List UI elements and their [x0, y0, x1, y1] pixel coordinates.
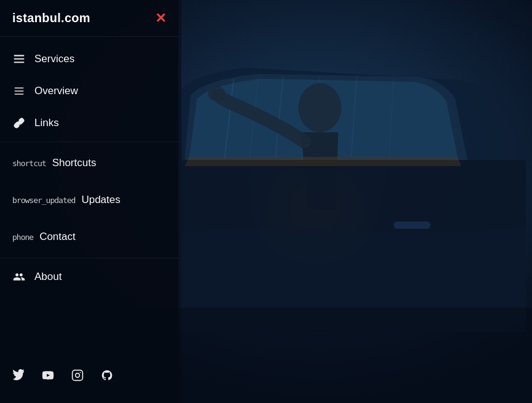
links-icon: [12, 117, 26, 129]
contact-label: Contact: [39, 231, 76, 243]
nav-item-services[interactable]: Services: [0, 43, 178, 75]
svg-rect-16: [14, 62, 25, 63]
services-icon: [12, 53, 26, 65]
social-bar: [0, 357, 178, 403]
nav-item-links[interactable]: Links: [0, 107, 178, 139]
services-label: Services: [34, 53, 74, 65]
contact-icon: phone: [12, 233, 33, 242]
nav-item-shortcuts[interactable]: shortcut Shortcuts: [0, 145, 178, 182]
svg-rect-15: [14, 58, 25, 60]
shortcuts-icon: shortcut: [12, 159, 46, 168]
svg-point-21: [76, 373, 80, 378]
svg-rect-14: [14, 55, 25, 56]
updates-label: Updates: [81, 194, 120, 206]
instagram-icon[interactable]: [71, 369, 84, 385]
nav-item-overview[interactable]: Overview: [0, 75, 178, 107]
about-label: About: [34, 271, 62, 283]
sidebar-header: istanbul.com ✕: [0, 0, 178, 37]
svg-rect-18: [15, 90, 24, 92]
divider-1: [0, 142, 178, 142]
svg-point-8: [298, 83, 341, 132]
nav-item-contact[interactable]: phone Contact: [0, 218, 178, 255]
nav-items: Services Overview Links: [0, 37, 178, 357]
overview-label: Overview: [34, 85, 78, 97]
youtube-icon[interactable]: [42, 369, 54, 385]
sidebar: istanbul.com ✕ Services: [0, 0, 178, 403]
svg-point-22: [80, 372, 81, 373]
github-icon[interactable]: [101, 369, 113, 385]
svg-rect-19: [15, 94, 24, 95]
about-icon: [12, 271, 26, 283]
nav-item-about[interactable]: About: [0, 261, 178, 293]
svg-point-9: [208, 86, 225, 101]
updates-icon: browser_updated: [12, 196, 75, 205]
links-label: Links: [34, 117, 59, 129]
close-button[interactable]: ✕: [155, 12, 166, 25]
twitter-icon[interactable]: [12, 369, 25, 385]
divider-2: [0, 258, 178, 258]
shortcuts-label: Shortcuts: [52, 157, 97, 169]
nav-item-updates[interactable]: browser_updated Updates: [0, 182, 178, 218]
svg-rect-17: [15, 87, 24, 89]
svg-rect-20: [73, 370, 83, 381]
site-title: istanbul.com: [12, 11, 90, 25]
overview-icon: [12, 85, 26, 97]
svg-rect-11: [394, 221, 431, 229]
